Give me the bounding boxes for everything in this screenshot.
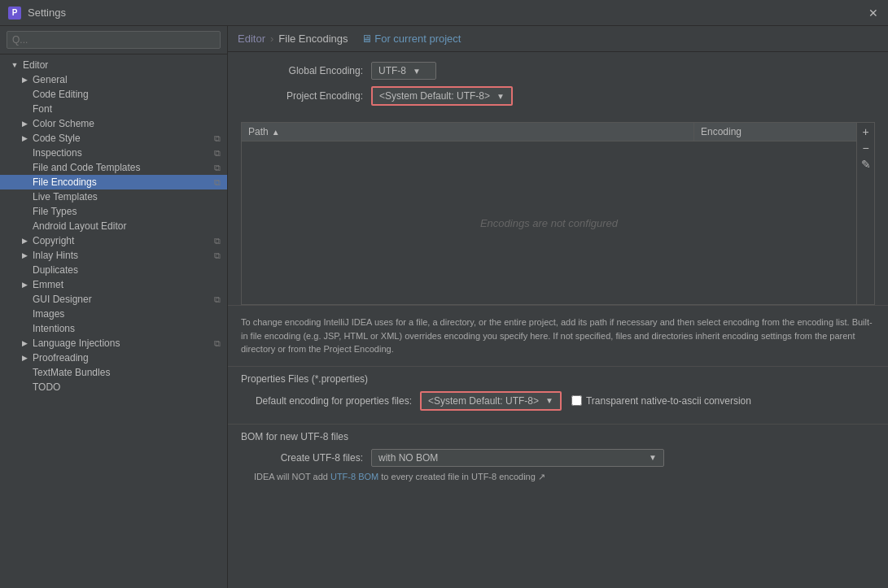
sidebar-item-label: File Types	[33, 206, 77, 217]
project-encoding-row: Project Encoding: <System Default: UTF-8…	[241, 86, 875, 106]
sidebar-item-label: Language Injections	[33, 338, 120, 349]
col-encoding: Encoding	[693, 123, 856, 141]
for-current-project-link[interactable]: 🖥 For current project	[361, 33, 461, 45]
project-encoding-dropdown[interactable]: <System Default: UTF-8> ▼	[371, 86, 513, 106]
sidebar-item-android-layout-editor[interactable]: Android Layout Editor	[0, 219, 227, 233]
main-content: ▼Editor▶GeneralCode EditingFont▶Color Sc…	[0, 26, 888, 588]
sidebar-item-label: Intentions	[33, 323, 75, 334]
bom-row: Create UTF-8 files: with NO BOM ▼	[241, 449, 875, 467]
sidebar-item-file-encodings[interactable]: File Encodings⧉	[0, 175, 227, 189]
sidebar-item-copyright[interactable]: ▶Copyright⧉	[0, 233, 227, 248]
create-utf8-label: Create UTF-8 files:	[241, 452, 371, 464]
sidebar-item-inlay-hints[interactable]: ▶Inlay Hints⧉	[0, 248, 227, 263]
search-input[interactable]	[7, 31, 221, 49]
copy-icon: ⧉	[214, 177, 221, 188]
main-panel: Editor › File Encodings 🖥 For current pr…	[228, 26, 888, 588]
sidebar-item-code-style[interactable]: ▶Code Style⧉	[0, 131, 227, 146]
properties-section: Properties Files (*.properties) Default …	[228, 366, 888, 424]
copy-icon: ⧉	[214, 148, 221, 159]
breadcrumb: Editor › File Encodings 🖥 For current pr…	[228, 26, 888, 52]
sidebar-item-font[interactable]: Font	[0, 102, 227, 116]
sidebar-item-live-templates[interactable]: Live Templates	[0, 189, 227, 204]
add-button[interactable]: +	[859, 124, 873, 139]
edit-button[interactable]: ✎	[859, 157, 873, 172]
transparent-conversion-checkbox[interactable]	[571, 395, 582, 406]
sidebar-item-label: Color Scheme	[33, 118, 94, 129]
global-encoding-row: Global Encoding: UTF-8 ▼	[241, 62, 875, 80]
sidebar-item-file-types[interactable]: File Types	[0, 204, 227, 219]
sidebar-item-emmet[interactable]: ▶Emmet	[0, 277, 227, 292]
sidebar-item-label: GUI Designer	[33, 294, 92, 305]
sidebar-item-label: Inlay Hints	[33, 250, 78, 261]
chevron-down-icon: ▼	[545, 396, 553, 405]
copy-icon: ⧉	[214, 250, 221, 261]
sidebar-item-label: Code Editing	[33, 89, 89, 100]
sidebar-item-file-and-code-templates[interactable]: File and Code Templates⧉	[0, 160, 227, 175]
sidebar-item-intentions[interactable]: Intentions	[0, 321, 227, 336]
breadcrumb-current: File Encodings	[278, 33, 348, 45]
default-encoding-dropdown[interactable]: <System Default: UTF-8> ▼	[420, 391, 562, 411]
chevron-down-icon: ▼	[649, 453, 657, 462]
sidebar-item-code-editing[interactable]: Code Editing	[0, 87, 227, 102]
sidebar-item-proofreading[interactable]: ▶Proofreading	[0, 351, 227, 365]
utf8-bom-link[interactable]: UTF-8 BOM	[330, 472, 378, 481]
info-text: To change encoding IntelliJ IDEA uses fo…	[228, 305, 888, 366]
transparent-conversion-label[interactable]: Transparent native-to-ascii conversion	[571, 395, 751, 407]
sidebar-item-label: Duplicates	[33, 264, 78, 276]
copy-icon: ⧉	[214, 294, 221, 305]
settings-window: P Settings ✕ ▼Editor▶GeneralCode Editing…	[0, 0, 888, 588]
sidebar-item-label: Proofreading	[33, 352, 89, 364]
global-encoding-dropdown[interactable]: UTF-8 ▼	[371, 62, 436, 80]
remove-button[interactable]: −	[859, 141, 873, 155]
sort-icon: ▲	[272, 128, 280, 137]
sidebar-item-label: Android Layout Editor	[33, 220, 126, 232]
sidebar-item-duplicates[interactable]: Duplicates	[0, 263, 227, 277]
sidebar-item-label: File Encodings	[33, 176, 97, 188]
copy-icon: ⧉	[214, 163, 221, 173]
table-toolbar: + − ✎	[856, 123, 874, 304]
sidebar: ▼Editor▶GeneralCode EditingFont▶Color Sc…	[0, 26, 228, 588]
sidebar-tree: ▼Editor▶GeneralCode EditingFont▶Color Sc…	[0, 54, 227, 588]
sidebar-item-images[interactable]: Images	[0, 307, 227, 321]
bom-note: IDEA will NOT add UTF-8 BOM to every cre…	[241, 467, 875, 487]
sidebar-item-gui-designer[interactable]: GUI Designer⧉	[0, 292, 227, 307]
expand-icon: ▶	[20, 353, 29, 363]
form-section: Global Encoding: UTF-8 ▼ Project Encodin…	[228, 52, 888, 122]
expand-icon: ▶	[20, 338, 29, 348]
sidebar-item-label: Copyright	[33, 235, 74, 246]
copy-icon: ⧉	[214, 133, 221, 144]
sidebar-item-label: Images	[33, 308, 64, 320]
sidebar-item-label: Code Style	[33, 133, 81, 144]
sidebar-item-label: TODO	[33, 381, 60, 393]
expand-icon: ▶	[20, 280, 29, 290]
default-encoding-label: Default encoding for properties files:	[241, 395, 420, 407]
sidebar-item-label: Emmet	[33, 279, 63, 290]
expand-icon: ▶	[20, 250, 29, 260]
table-body: Encodings are not configured	[242, 142, 856, 304]
chevron-down-icon: ▼	[413, 67, 421, 76]
bom-title: BOM for new UTF-8 files	[241, 431, 875, 442]
sidebar-item-color-scheme[interactable]: ▶Color Scheme	[0, 116, 227, 131]
default-encoding-row: Default encoding for properties files: <…	[241, 391, 875, 411]
global-encoding-label: Global Encoding:	[241, 65, 371, 76]
sidebar-item-editor[interactable]: ▼Editor	[0, 58, 227, 72]
sidebar-item-language-injections[interactable]: ▶Language Injections⧉	[0, 336, 227, 351]
expand-icon: ▶	[20, 236, 29, 246]
expand-icon: ▼	[10, 60, 20, 70]
sidebar-item-label: Inspections	[33, 147, 82, 159]
copy-icon: ⧉	[214, 338, 221, 349]
breadcrumb-parent[interactable]: Editor	[238, 33, 265, 45]
search-box	[0, 26, 227, 54]
bom-dropdown[interactable]: with NO BOM ▼	[371, 449, 664, 467]
sidebar-item-todo[interactable]: TODO	[0, 380, 227, 394]
project-encoding-label: Project Encoding:	[241, 90, 371, 102]
col-path: Path ▲	[242, 123, 693, 141]
sidebar-item-label: Font	[33, 103, 52, 115]
sidebar-item-textmate-bundles[interactable]: TextMate Bundles	[0, 365, 227, 380]
expand-icon: ▶	[20, 75, 29, 85]
properties-title: Properties Files (*.properties)	[241, 373, 875, 385]
sidebar-item-inspections[interactable]: Inspections⧉	[0, 146, 227, 160]
chevron-down-icon: ▼	[496, 92, 505, 101]
close-button[interactable]: ✕	[867, 7, 880, 20]
sidebar-item-general[interactable]: ▶General	[0, 72, 227, 87]
